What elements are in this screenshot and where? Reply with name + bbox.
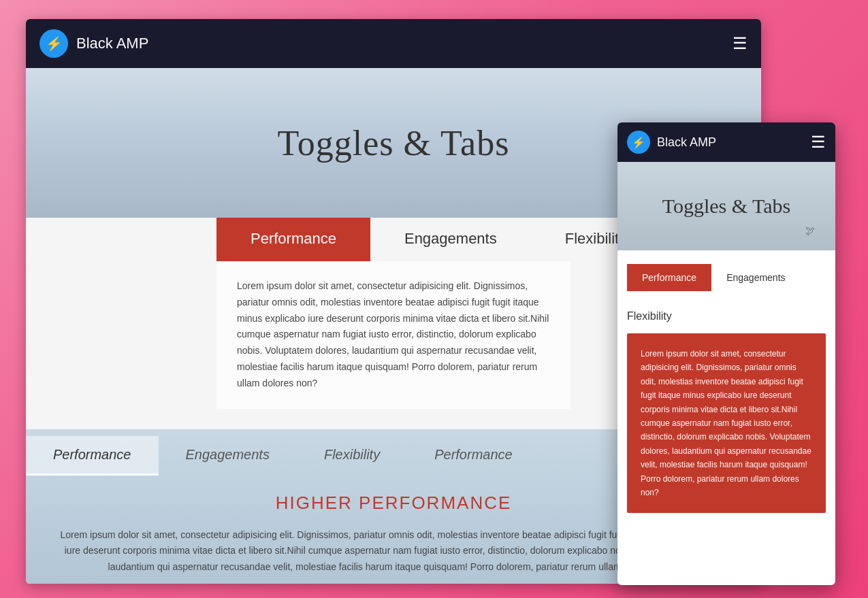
mobile-tab-area: Performance Engagements Flexibility Lore… [617,250,835,527]
mobile-content-box: Lorem ipsum dolor sit amet, consectetur … [627,333,826,513]
tab-content-text-1: Lorem ipsum dolor sit amet, consectetur … [237,278,550,392]
bird-decoration: 🕊 [805,226,815,237]
mobile-brand-name: Black AMP [657,135,716,150]
tab-performance-2[interactable]: Performance [26,436,159,476]
tab-performance-3[interactable]: Performance [407,436,540,476]
lightning-icon: ⚡ [39,29,68,58]
tab-engagements-2[interactable]: Engagements [159,436,297,476]
tab-performance-1[interactable]: Performance [216,218,370,261]
brand-name: Black AMP [76,35,148,52]
tab-bar-1: Performance Engagements Flexibility [216,218,570,261]
mobile-brand: ⚡ Black AMP [627,131,716,154]
mobile-navbar: ⚡ Black AMP ☰ [617,122,835,162]
main-navbar: ⚡ Black AMP ☰ [26,19,761,68]
navbar-brand: ⚡ Black AMP [39,29,148,58]
mobile-tab-performance[interactable]: Performance [627,264,711,291]
tab-engagements-1[interactable]: Engagements [370,218,531,261]
mobile-flexibility-label[interactable]: Flexibility [627,305,826,333]
mobile-hamburger-icon[interactable]: ☰ [811,133,826,152]
mobile-hero-title: Toggles & Tabs [662,195,791,218]
mobile-content-text: Lorem ipsum dolor sit amet, consectetur … [641,347,812,499]
mobile-hero: Toggles & Tabs 🕊 [617,162,835,250]
hero-title: Toggles & Tabs [278,123,510,163]
mobile-window: ⚡ Black AMP ☰ Toggles & Tabs 🕊 Performan… [617,122,835,585]
mobile-lightning-icon: ⚡ [627,131,650,154]
hamburger-menu-icon[interactable]: ☰ [733,34,748,53]
tab-content-1: Lorem ipsum dolor sit amet, consectetur … [216,261,570,409]
mobile-tab-bar: Performance Engagements [627,264,826,291]
mobile-tab-engagements[interactable]: Engagements [711,264,800,291]
tab-flexibility-2[interactable]: Flexibility [297,436,407,476]
